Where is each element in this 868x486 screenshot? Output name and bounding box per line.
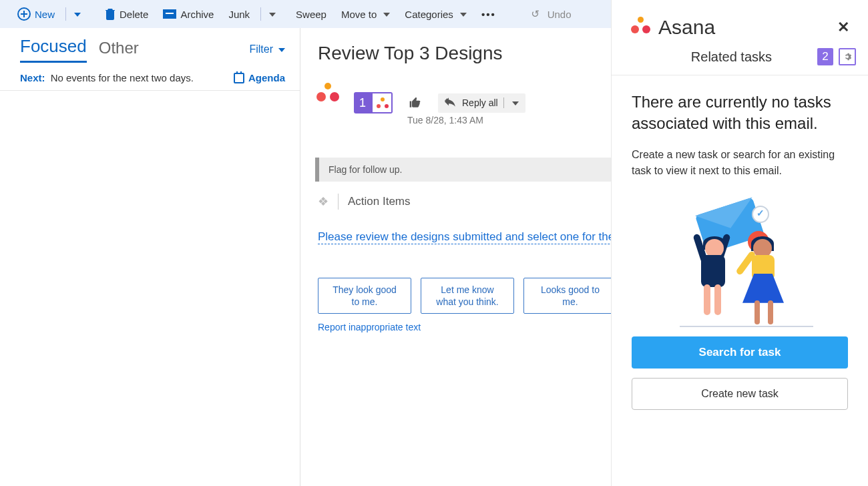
sender-avatar — [315, 83, 343, 111]
junk-button[interactable]: Junk — [223, 6, 255, 23]
create-task-button[interactable]: Create new task — [632, 378, 848, 410]
no-tasks-subtitle: Create a new task or search for an exist… — [632, 147, 848, 179]
filter-button[interactable]: Filter — [249, 43, 285, 55]
asana-wordmark: Asana — [658, 16, 715, 39]
delete-button[interactable]: Delete — [99, 5, 154, 23]
calendar-icon — [234, 73, 244, 83]
new-label: New — [35, 9, 55, 20]
badge-count: 1 — [354, 92, 371, 113]
settings-button[interactable] — [839, 48, 856, 65]
archive-button[interactable]: Archive — [158, 6, 219, 23]
undo-icon: ↻ — [531, 8, 539, 20]
sweep-button[interactable]: Sweep — [290, 6, 332, 23]
divider — [65, 7, 66, 21]
new-button[interactable]: New — [12, 5, 60, 23]
flag-text: Flag for follow up. — [329, 164, 403, 175]
undo-button[interactable]: ↻ Undo — [525, 5, 577, 23]
thumbs-up-icon[interactable] — [409, 96, 422, 109]
bulb-icon: ❖ — [318, 194, 329, 209]
sweep-label: Sweep — [296, 9, 327, 20]
archive-label: Archive — [180, 9, 214, 20]
reply-all-button[interactable]: Reply all — [438, 93, 525, 113]
trash-icon — [105, 8, 116, 20]
more-button[interactable]: ••• — [476, 6, 501, 23]
no-tasks-title: There are currently no tasks associated … — [632, 91, 848, 135]
plus-circle-icon — [17, 7, 31, 21]
tab-focused[interactable]: Focused — [20, 36, 87, 63]
reply-all-icon — [445, 97, 457, 109]
categories-label: Categories — [405, 9, 453, 20]
junk-label: Junk — [228, 9, 250, 20]
asana-logo: Asana — [630, 16, 715, 39]
asana-badge[interactable]: 1 — [354, 92, 393, 113]
asana-icon — [371, 92, 393, 113]
chevron-down-icon[interactable] — [512, 101, 519, 105]
agenda-label: Agenda — [248, 72, 285, 83]
illustration — [666, 200, 813, 327]
chevron-down-icon[interactable] — [269, 13, 276, 17]
suggested-reply[interactable]: Let me know what you think. — [421, 278, 514, 314]
categories-button[interactable]: Categories — [399, 6, 472, 23]
suggested-reply[interactable]: They look good to me. — [318, 278, 411, 314]
gear-icon — [842, 51, 853, 62]
filter-label: Filter — [249, 43, 273, 55]
tab-other[interactable]: Other — [99, 39, 139, 63]
delete-label: Delete — [120, 9, 148, 20]
archive-icon — [163, 9, 176, 19]
chevron-down-icon[interactable] — [74, 13, 81, 17]
chevron-down-icon — [278, 48, 285, 52]
close-icon[interactable]: ✕ — [837, 19, 849, 36]
next-label: Next: — [20, 72, 45, 83]
asana-panel: Asana ✕ Related tasks 2 There are curren… — [611, 0, 868, 486]
divider — [260, 7, 261, 21]
agenda-button[interactable]: Agenda — [234, 72, 285, 83]
command-toolbar: New Delete Archive Junk Sweep Move to Ca… — [0, 0, 611, 28]
related-count-badge[interactable]: 2 — [817, 48, 833, 65]
next-text: No events for the next two days. — [51, 72, 194, 83]
asana-mark-icon — [630, 17, 652, 38]
message-list-pane: Focused Other Filter Next: No events for… — [0, 28, 300, 486]
moveto-label: Move to — [341, 9, 377, 20]
undo-label: Undo — [548, 9, 572, 20]
divider — [503, 97, 504, 108]
suggested-reply[interactable]: Looks good to me. — [523, 278, 617, 314]
related-tasks-label: Related tasks — [691, 49, 772, 65]
divider — [338, 194, 339, 210]
chevron-down-icon — [460, 13, 467, 17]
report-link[interactable]: Report inappropriate text — [318, 322, 421, 332]
moveto-button[interactable]: Move to — [336, 6, 395, 23]
reply-all-label: Reply all — [462, 97, 498, 108]
action-items-label: Action Items — [348, 195, 411, 208]
search-task-button[interactable]: Search for task — [632, 336, 848, 369]
chevron-down-icon — [383, 13, 390, 17]
